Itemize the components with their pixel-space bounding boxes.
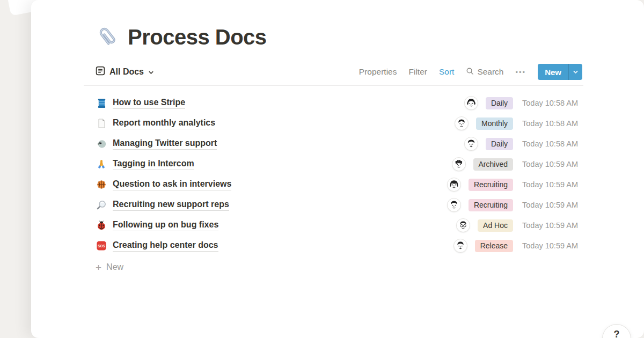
edited-timestamp: Today 10:59 AM [522,180,582,189]
bird-icon [96,138,107,150]
status-tag: Archived [473,158,513,171]
doc-row-meta: Recruiting Today 10:59 AM [447,178,582,192]
edited-timestamp: Today 10:58 AM [522,119,582,128]
more-options-button[interactable]: ••• [516,69,526,76]
edited-timestamp: Today 10:58 AM [522,99,582,107]
assignee-avatar [464,137,478,151]
doc-row-meta: Archived Today 10:59 AM [452,157,582,171]
status-tag: Release [475,240,513,252]
doc-row[interactable]: Managing Twitter support Daily Today 10:… [96,134,582,154]
sort-button[interactable]: Sort [439,67,454,77]
add-new-row-label: New [106,262,123,272]
doc-row[interactable]: Following up on bug fixes Ad Hoc Today 1… [96,215,582,236]
chevron-down-icon [148,70,154,76]
assignee-avatar [455,116,469,130]
status-tag: Daily [486,97,513,109]
lady-beetle-icon [96,219,107,231]
status-tag: Recruiting [469,199,513,211]
status-tag: Monthly [476,117,513,130]
new-button-label: New [538,64,568,80]
new-button[interactable]: New [538,64,582,80]
properties-button[interactable]: Properties [359,67,397,77]
doc-title-link[interactable]: Question to ask in interviews [113,179,231,190]
basketball-icon [96,179,107,190]
assignee-avatar [452,157,466,171]
doc-row-meta: Daily Today 10:58 AM [464,137,582,151]
plus-icon: + [96,262,101,273]
doc-title-link[interactable]: Tagging in Intercom [113,158,194,170]
assignee-avatar [464,96,478,110]
view-switcher-label: All Docs [109,67,144,77]
doc-title-link[interactable]: Managing Twitter support [113,138,217,150]
thread-icon [96,97,107,109]
doc-row[interactable]: Recruiting new support reps Recruiting T… [96,195,582,215]
status-tag: Recruiting [469,179,513,191]
doc-row-meta: Recruiting Today 10:59 AM [447,198,582,212]
doc-row-meta: Daily Today 10:58 AM [464,96,582,110]
filter-button[interactable]: Filter [408,67,427,77]
doc-title-link[interactable]: How to use Stripe [113,97,185,109]
sos-button-icon: SOS [96,240,107,252]
doc-title-link[interactable]: Report monthly analytics [113,117,215,129]
assignee-avatar [453,239,467,253]
status-tag: Daily [486,138,513,150]
doc-list: How to use Stripe Daily Today 10:58 AM R… [96,86,582,256]
edited-timestamp: Today 10:59 AM [522,201,582,209]
doc-row-meta: Monthly Today 10:58 AM [455,116,582,130]
status-tag: Ad Hoc [478,219,513,232]
edited-timestamp: Today 10:58 AM [522,139,582,148]
assignee-avatar [456,218,470,232]
doc-row[interactable]: Report monthly analytics Monthly Today 1… [96,113,582,134]
doc-title-link[interactable]: Creating help center docs [113,240,218,252]
add-new-row-button[interactable]: + New [96,258,582,276]
page-title: Process Docs [128,25,267,49]
new-button-dropdown[interactable] [568,64,582,80]
doc-row[interactable]: Question to ask in interviews Recruiting… [96,174,582,195]
search-label: Search [477,67,503,77]
doc-row[interactable]: Tagging in Intercom Archived Today 10:59… [96,154,582,174]
doc-row-meta: Ad Hoc Today 10:59 AM [456,218,582,232]
search-button[interactable]: Search [466,67,503,77]
list-view-icon [96,66,105,78]
view-switcher-all-docs[interactable]: All Docs [96,66,154,78]
app-window: Process Docs All Docs [31,0,644,338]
page-background: Process Docs All Docs [0,0,644,338]
help-button[interactable]: ? [602,324,631,338]
doc-row[interactable]: How to use Stripe Daily Today 10:58 AM [96,93,582,113]
doc-title-link[interactable]: Following up on bug fixes [113,219,218,231]
assignee-avatar [447,178,461,192]
doc-row[interactable]: SOS Creating help center docs Release To… [96,236,582,256]
doc-title-link[interactable]: Recruiting new support reps [113,199,229,211]
magnifying-glass-icon [96,199,107,211]
search-icon [466,67,474,77]
paperclip-icon [96,25,120,49]
page-icon [96,117,107,129]
doc-row-meta: Release Today 10:59 AM [453,239,582,253]
edited-timestamp: Today 10:59 AM [522,160,582,168]
folded-hands-icon [96,158,107,170]
edited-timestamp: Today 10:59 AM [522,241,582,250]
page-header: Process Docs [96,25,582,49]
toolbar-actions: Properties Filter Sort Search ••• New [359,64,582,80]
edited-timestamp: Today 10:59 AM [522,221,582,230]
assignee-avatar [447,198,461,212]
collection-toolbar: All Docs Properties Filter Sort Search [96,63,582,80]
svg-text:SOS: SOS [98,244,105,248]
